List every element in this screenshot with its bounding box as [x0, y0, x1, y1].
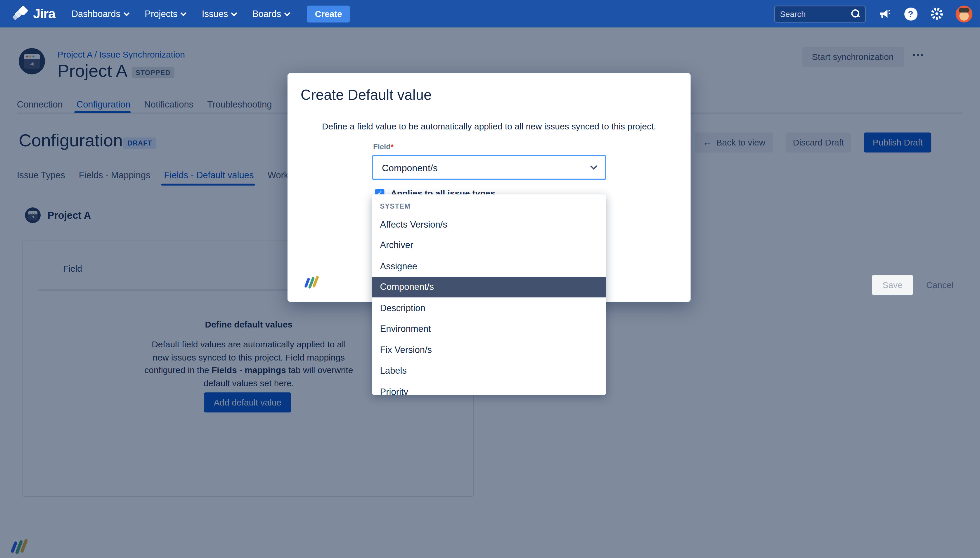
top-navbar: Jira Dashboards Projects Issues Boards C… [0, 0, 980, 28]
dropdown-item-priority[interactable]: Priority [372, 381, 606, 395]
avatar-hair [959, 8, 969, 12]
nav-menu-label: Dashboards [72, 9, 120, 19]
dropdown-item-archiver[interactable]: Archiver [372, 235, 606, 256]
field-select-value: Component/s [382, 162, 591, 173]
megaphone-icon[interactable] [877, 6, 892, 21]
app-root: ➤ Project A / Issue Synchronization Proj… [0, 0, 980, 558]
nav-menu-boards[interactable]: Boards [253, 9, 289, 19]
field-label: Field* [373, 143, 394, 151]
nav-menu-label: Boards [253, 9, 281, 19]
field-select[interactable]: Component/s [372, 155, 606, 180]
nav-menu-projects[interactable]: Projects [144, 9, 185, 19]
save-button[interactable]: Save [872, 275, 913, 295]
dropdown-item-environment[interactable]: Environment [372, 318, 606, 340]
nav-menu-label: Issues [202, 9, 228, 19]
dropdown-group-system: SYSTEM [372, 194, 606, 213]
chevron-down-icon [590, 163, 597, 170]
chevron-down-icon [284, 10, 290, 16]
question-mark: ? [904, 7, 917, 20]
chevron-down-icon [180, 10, 186, 16]
global-search[interactable] [774, 5, 865, 22]
modal-description: Define a field value to be automatically… [300, 121, 678, 131]
nav-menu-issues[interactable]: Issues [202, 9, 236, 19]
search-input[interactable] [780, 9, 851, 18]
nav-menu-label: Projects [144, 9, 177, 19]
help-icon[interactable]: ? [903, 6, 918, 21]
jira-logo [13, 5, 29, 22]
search-icon [851, 9, 860, 18]
field-select-dropdown: SYSTEM Affects Version/s Archiver Assign… [372, 194, 606, 395]
chevron-down-icon [123, 10, 130, 16]
dropdown-item-description[interactable]: Description [372, 297, 606, 318]
brand-name: Jira [33, 6, 55, 21]
nav-menu-dashboards[interactable]: Dashboards [72, 9, 128, 19]
dropdown-item-fix-versions[interactable]: Fix Version/s [372, 339, 606, 360]
cancel-button[interactable]: Cancel [920, 275, 960, 295]
chevron-down-icon [231, 10, 237, 16]
create-button[interactable]: Create [307, 5, 350, 22]
user-avatar[interactable] [956, 5, 973, 22]
dropdown-item-labels[interactable]: Labels [372, 360, 606, 381]
jira-brand[interactable]: Jira [13, 5, 55, 22]
gear-icon[interactable] [929, 6, 944, 21]
dropdown-item-affects-versions[interactable]: Affects Version/s [372, 214, 606, 235]
navbar-right: ? [774, 0, 972, 28]
dropdown-item-assignee[interactable]: Assignee [372, 256, 606, 277]
dropdown-item-components[interactable]: Component/s [372, 276, 606, 297]
exalate-logo-modal [304, 276, 320, 290]
required-asterisk: * [391, 143, 394, 151]
modal-title: Create Default value [300, 87, 432, 104]
avatar-face [959, 11, 969, 20]
field-label-text: Field [373, 143, 391, 151]
